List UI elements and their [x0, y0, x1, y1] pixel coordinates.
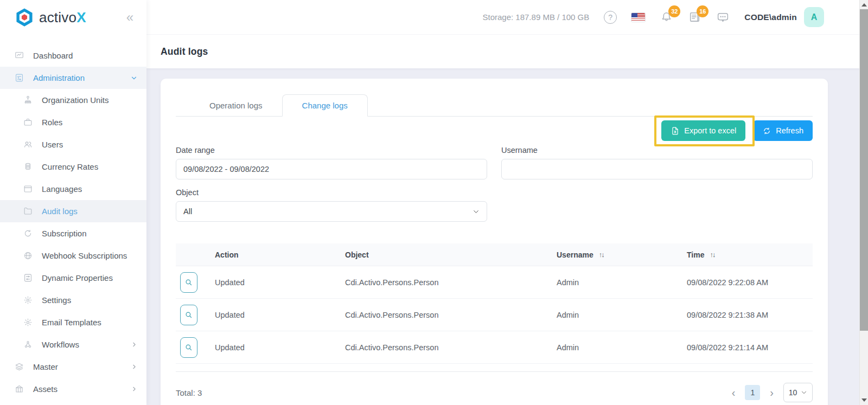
username-input[interactable] — [501, 159, 813, 179]
chevron-right-icon — [131, 363, 138, 370]
page-size-select[interactable]: 10 — [783, 383, 813, 402]
cell-action: Updated — [208, 278, 339, 287]
avatar[interactable]: A — [804, 7, 824, 27]
chevron-down-icon — [801, 389, 807, 396]
filters-form: Date range Username Object All — [176, 146, 813, 222]
sidebar-item-email-templates[interactable]: Email Templates — [0, 311, 146, 333]
sidebar-item-currency-rates[interactable]: Currency Rates — [0, 156, 146, 178]
sidebar-item-label: Organization Units — [42, 95, 108, 105]
sidebar-item-label: Audit logs — [42, 207, 78, 216]
object-select-value: All — [183, 207, 192, 216]
sidebar-item-workflows[interactable]: Workflows — [0, 333, 146, 356]
help-icon[interactable]: ? — [604, 11, 617, 24]
view-detail-button[interactable] — [180, 272, 197, 293]
view-detail-button[interactable] — [180, 337, 197, 358]
pagination: ‹ 1 › 10 — [730, 383, 813, 402]
date-range-label: Date range — [176, 146, 487, 155]
chat-icon[interactable] — [716, 10, 730, 24]
org-tree-icon — [23, 95, 33, 105]
refresh-button[interactable]: Refresh — [753, 120, 813, 141]
sidebar-item-roles[interactable]: Roles — [0, 111, 146, 133]
current-page-button[interactable]: 1 — [745, 385, 760, 400]
chevron-down-icon — [473, 208, 480, 215]
sidebar-item-dynamic-properties[interactable]: Dynamic Properties — [0, 267, 146, 289]
sidebar-item-master[interactable]: Master — [0, 356, 146, 378]
sidebar-item-languages[interactable]: Languages — [0, 178, 146, 200]
vertical-scrollbar[interactable] — [859, 0, 868, 405]
header-action: Action — [208, 250, 339, 259]
sidebar-item-audit-logs[interactable]: Audit logs — [0, 200, 146, 222]
sidebar-nav: Dashboard Administration Organization Un… — [0, 35, 146, 400]
scrollbar-thumb[interactable] — [860, 9, 868, 331]
coins-icon — [23, 162, 33, 172]
building-icon — [14, 384, 24, 394]
app-logo[interactable]: activoX — [14, 7, 86, 28]
date-range-field-group: Date range — [176, 146, 487, 179]
sidebar-item-label: Administration — [33, 73, 85, 82]
sidebar-collapse-button[interactable]: « — [124, 10, 136, 25]
page-size-value: 10 — [789, 388, 797, 397]
sidebar-item-settings[interactable]: Settings — [0, 289, 146, 311]
users-icon — [23, 139, 33, 150]
tab-operation-logs[interactable]: Operation logs — [190, 94, 282, 117]
brand-wordmark: activoX — [39, 9, 86, 26]
window-icon — [23, 184, 33, 194]
sidebar-item-organization-units[interactable]: Organization Units — [0, 89, 146, 111]
header-time[interactable]: Time↑↓ — [680, 250, 813, 259]
total-count: Total: 3 — [176, 388, 202, 397]
scroll-down-arrow-icon[interactable] — [861, 398, 867, 402]
page-title: Audit logs — [161, 46, 208, 57]
gear-icon — [23, 317, 33, 327]
refresh-button-label: Refresh — [776, 126, 803, 135]
export-button-label: Export to excel — [684, 126, 736, 135]
news-icon[interactable]: 16 — [688, 10, 701, 24]
header-username[interactable]: Username↑↓ — [550, 250, 680, 259]
refresh-circle-icon — [23, 228, 33, 239]
table-row: Updated Cdi.Activo.Persons.Person Admin … — [176, 331, 813, 364]
prev-page-button[interactable]: ‹ — [730, 387, 738, 398]
export-to-excel-button[interactable]: Export to excel — [661, 120, 745, 141]
magnifier-icon — [184, 278, 194, 287]
refresh-icon — [762, 126, 771, 136]
language-flag-icon[interactable] — [631, 13, 645, 22]
sidebar-item-label: Master — [33, 362, 58, 371]
sidebar-item-label: Workflows — [42, 340, 79, 349]
page-title-bar: Audit logs — [146, 35, 868, 68]
chevron-right-icon — [131, 385, 138, 393]
object-label: Object — [176, 188, 487, 197]
sidebar-item-assets[interactable]: Assets — [0, 378, 146, 400]
toolbar: Export to excel Refresh — [176, 117, 813, 146]
table-row: Updated Cdi.Activo.Persons.Person Admin … — [176, 299, 813, 331]
header-time-label: Time — [687, 250, 704, 259]
cell-object: Cdi.Activo.Persons.Person — [339, 278, 550, 287]
sidebar-item-users[interactable]: Users — [0, 133, 146, 156]
cell-action: Updated — [208, 343, 339, 352]
object-select[interactable]: All — [176, 201, 487, 222]
tab-bar: Operation logs Change logs — [176, 94, 813, 117]
sidebar-item-dashboard[interactable]: Dashboard — [0, 44, 146, 67]
date-range-input[interactable] — [176, 159, 487, 179]
announcements-bell-icon[interactable]: 32 — [660, 10, 673, 24]
cell-time: 09/08/2022 9:22:08 AM — [680, 278, 813, 287]
gear-icon — [23, 295, 33, 305]
sidebar-item-subscription[interactable]: Subscription — [0, 222, 146, 245]
sidebar-header: activoX « — [0, 0, 146, 35]
announcements-badge: 32 — [668, 5, 680, 17]
view-detail-button[interactable] — [180, 305, 197, 325]
sidebar-item-administration[interactable]: Administration — [0, 67, 146, 89]
export-button-wrapper: Export to excel — [661, 117, 745, 141]
scroll-up-arrow-icon[interactable] — [861, 3, 867, 7]
app-window: activoX « Dashboard Administration — [0, 0, 868, 405]
sidebar-item-label: Subscription — [42, 229, 87, 238]
sidebar-item-webhook-subscriptions[interactable]: Webhook Subscriptions — [0, 245, 146, 267]
folder-icon — [23, 206, 33, 216]
change-logs-table: Action Object Username↑↓ Time↑↓ Updated … — [176, 243, 813, 364]
cell-time: 09/08/2022 9:21:14 AM — [680, 343, 813, 352]
sort-icon[interactable]: ↑↓ — [710, 250, 714, 259]
current-user-label[interactable]: CODE\admin — [744, 12, 797, 22]
sidebar-item-label: Assets — [33, 384, 58, 394]
logo-hexagon-icon — [14, 7, 35, 28]
next-page-button[interactable]: › — [768, 387, 776, 398]
tab-change-logs[interactable]: Change logs — [282, 94, 368, 117]
sort-icon[interactable]: ↑↓ — [599, 250, 604, 259]
